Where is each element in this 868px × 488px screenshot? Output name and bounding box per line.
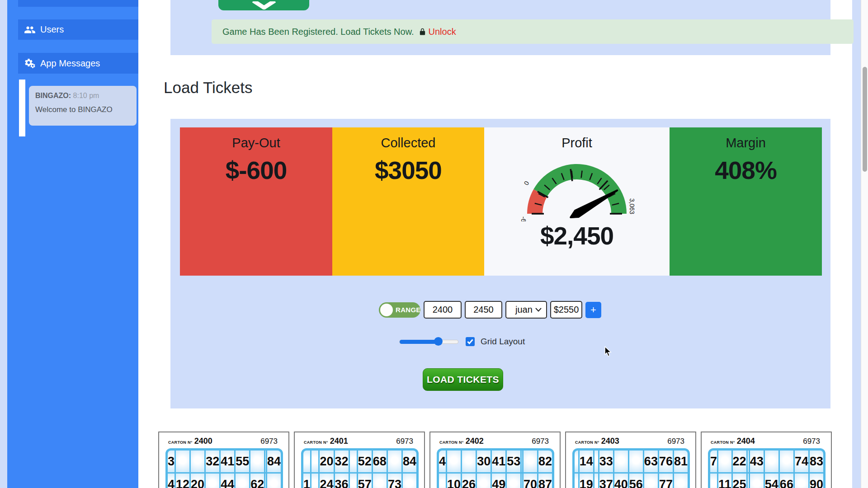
bingo-cell-empty	[388, 450, 401, 472]
vertical-scrollbar[interactable]	[861, 0, 868, 488]
stat-label: Pay-Out	[232, 136, 280, 150]
bingo-cell-number: 41	[492, 450, 505, 472]
bingo-cell-empty	[303, 450, 310, 472]
seller-select[interactable]: juan	[505, 301, 547, 319]
profit-gauge: -600 0 3,063	[516, 151, 638, 223]
bingo-cell-empty	[350, 474, 357, 488]
bingo-cell-number: 4	[439, 450, 446, 472]
bingo-cell-number: 25	[733, 474, 746, 488]
message-time: 8:10 pm	[73, 92, 99, 99]
bingo-cell-empty	[614, 450, 628, 472]
sidebar: Users App Messages BINGAZO: 8:10 pm Welc…	[7, 0, 138, 488]
sidebar-item-app-messages[interactable]: App Messages	[18, 53, 138, 74]
bingo-cell-number: 54	[765, 474, 778, 488]
seller-select-value: juan	[515, 305, 535, 315]
carton-prefix: CARTON N°	[575, 440, 599, 445]
chevron-down-icon	[252, 1, 276, 9]
carton-number: 2402	[466, 436, 484, 446]
page-title: Load Tickets	[164, 79, 253, 97]
bingo-cell-number: 90	[810, 474, 823, 488]
bingo-cell-empty	[267, 474, 281, 488]
bingo-cell-empty	[629, 450, 643, 472]
ticket-header: CARTON N°24046973	[702, 432, 831, 446]
bingo-cell-number: 26	[462, 474, 476, 488]
slider-thumb[interactable]	[434, 337, 443, 346]
bingo-cell-empty	[575, 474, 578, 488]
ticket-serial: 6973	[667, 437, 684, 446]
registered-check-button[interactable]	[218, 0, 309, 10]
bingo-cell-number: 73	[388, 474, 401, 488]
stat-card-payout: Pay-Out $-600	[180, 127, 332, 276]
bingo-cell-empty	[718, 450, 731, 472]
bingo-cell-number: 44	[221, 474, 234, 488]
bingo-cell-number: 10	[447, 474, 461, 488]
layout-options: Grid Layout	[399, 336, 525, 347]
bingo-cell-number: 22	[733, 450, 746, 472]
load-tickets-button[interactable]: LOAD TICKETS	[423, 368, 503, 391]
sidebar-item-partial[interactable]	[18, 0, 138, 7]
ticket-header: CARTON N°24026973	[430, 432, 560, 446]
ticket-header: CARTON N°24036973	[566, 432, 695, 446]
sidebar-item-users[interactable]: Users	[18, 19, 138, 40]
bingo-cell-empty	[350, 450, 357, 472]
stat-value: $-600	[226, 156, 287, 185]
bingo-cell-empty	[780, 450, 793, 472]
stat-value: $2,450	[540, 221, 613, 250]
ticket-serial: 6973	[803, 437, 820, 446]
bingo-cell-number: 11	[718, 474, 731, 488]
bingo-cell-number: 19	[580, 474, 593, 488]
bingo-cell-empty	[176, 450, 189, 472]
gauge-min-label: -600	[520, 216, 527, 221]
size-slider[interactable]	[399, 340, 458, 344]
bingo-cell-number: 1	[303, 474, 310, 488]
ticket-card: CARTON N°240169732032526884124365773	[294, 432, 425, 488]
load-tickets-panel: Pay-Out $-600 Collected $3050 Profit	[170, 119, 830, 408]
stat-value: 408%	[715, 156, 777, 185]
toggle-knob[interactable]	[380, 304, 393, 316]
bingo-cell-number: 37	[599, 474, 613, 488]
main-content: Game Has Been Registered. Load Tickets N…	[138, 0, 852, 488]
bingo-cell-empty	[250, 450, 264, 472]
scrollbar-thumb[interactable]	[863, 67, 867, 172]
bingo-cell-number: 33	[599, 450, 613, 472]
ticket-from-input[interactable]	[424, 301, 462, 319]
bingo-cell-empty	[594, 474, 598, 488]
ticket-to-input[interactable]	[465, 301, 502, 319]
bingo-cell-number: 87	[538, 474, 552, 488]
bingo-grid: 7224374831125546690	[708, 448, 826, 488]
users-icon	[24, 24, 36, 36]
carton-number: 2401	[330, 436, 348, 446]
price-input[interactable]	[550, 301, 582, 319]
bingo-cell-number: 76	[659, 450, 673, 472]
range-toggle[interactable]: RANGE	[379, 302, 420, 318]
bingo-grid: 2032526884124365773	[301, 448, 419, 488]
bingo-cell-empty	[265, 450, 266, 472]
unlock-link[interactable]: Unlock	[429, 27, 456, 37]
bingo-cell-number: 24	[320, 474, 333, 488]
add-button[interactable]: +	[585, 302, 601, 318]
bingo-cell-empty	[795, 474, 808, 488]
ticket-card: CARTON N°24006973332415584412204462	[158, 432, 289, 488]
sidebar-item-label: App Messages	[40, 58, 100, 69]
bingo-cell-number: 20	[191, 474, 204, 488]
stat-card-collected: Collected $3050	[332, 127, 484, 276]
bingo-cell-empty	[373, 474, 387, 488]
bingo-cell-empty	[644, 474, 658, 488]
bingo-cell-number: 81	[674, 450, 688, 472]
stat-cards: Pay-Out $-600 Collected $3050 Profit	[180, 127, 822, 276]
success-alert: Game Has Been Registered. Load Tickets N…	[212, 19, 854, 44]
bingo-cell-number: 36	[335, 474, 349, 488]
bingo-cell-number: 66	[780, 474, 793, 488]
stat-card-profit: Profit -600 0 3,063 $2,450	[484, 127, 670, 276]
bingo-cell-number: 53	[507, 450, 520, 472]
bingo-cell-empty	[403, 474, 416, 488]
bingo-cell-number: 84	[403, 450, 416, 472]
bingo-cell-empty	[477, 474, 491, 488]
bingo-cell-number: 7	[710, 450, 717, 472]
carton-prefix: CARTON N°	[304, 440, 328, 445]
bingo-cell-empty	[575, 450, 578, 472]
bingo-cell-number: 83	[810, 450, 823, 472]
bingo-cell-empty	[710, 474, 717, 488]
grid-layout-checkbox[interactable]	[466, 337, 475, 346]
bingo-cell-empty	[311, 474, 318, 488]
